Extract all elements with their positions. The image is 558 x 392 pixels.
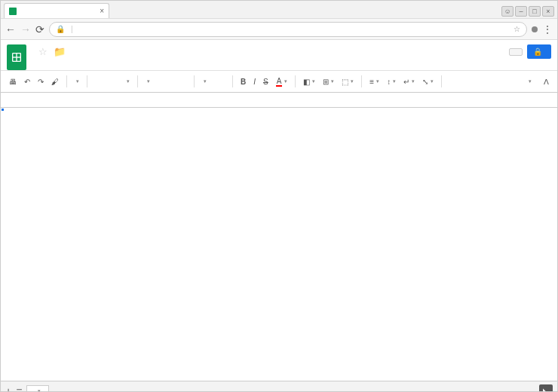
valign-button[interactable]: ↕	[385, 76, 398, 87]
currency-button[interactable]	[93, 80, 97, 83]
all-sheets-button[interactable]: ≡	[16, 385, 22, 393]
lock-icon: 🔒	[533, 47, 542, 56]
star-document-icon[interactable]: ☆	[38, 46, 48, 57]
bookmark-star-icon[interactable]: ☆	[514, 25, 520, 33]
strikethrough-button[interactable]: S	[261, 76, 271, 87]
zoom-select[interactable]	[72, 77, 81, 86]
print-icon[interactable]: 🖶	[7, 76, 19, 87]
sheet-tab[interactable]: ▾	[26, 385, 49, 392]
more-formats-button[interactable]	[123, 77, 132, 86]
move-folder-icon[interactable]: 📁	[54, 46, 66, 57]
wrap-button[interactable]: ↵	[401, 76, 417, 87]
undo-icon[interactable]: ↶	[22, 76, 32, 87]
more-toolbar-button[interactable]	[525, 77, 534, 86]
rotate-button[interactable]: ⤡	[420, 76, 436, 87]
comments-button[interactable]	[509, 48, 523, 56]
merge-button[interactable]: ⬚	[339, 76, 356, 87]
text-color-button[interactable]: A	[274, 75, 290, 88]
redo-icon[interactable]: ↷	[35, 76, 46, 87]
cell-selection	[1, 108, 2, 109]
selection-handle[interactable]	[1, 108, 5, 112]
reload-icon[interactable]: ⟳	[35, 23, 44, 35]
extension-icon[interactable]	[532, 26, 538, 32]
forward-icon: →	[20, 23, 31, 35]
active-cell[interactable]	[1, 108, 4, 111]
browser-tab[interactable]: ×	[4, 3, 109, 18]
sheet-tab-menu-icon[interactable]: ▾	[38, 388, 41, 392]
window-minimize-icon[interactable]: –	[515, 6, 527, 17]
explore-button[interactable]: ◣	[539, 384, 553, 393]
paint-format-icon[interactable]: 🖌	[49, 76, 61, 87]
add-sheet-button[interactable]: +	[5, 385, 11, 393]
increase-decimal-button[interactable]	[115, 80, 120, 83]
fill-color-button[interactable]: ◧	[301, 76, 317, 87]
close-tab-icon[interactable]: ×	[100, 7, 104, 15]
font-size-select[interactable]	[200, 77, 227, 86]
share-button[interactable]: 🔒	[527, 44, 551, 59]
tab-favicon	[9, 8, 17, 15]
borders-button[interactable]: ⊞	[320, 76, 336, 87]
user-icon[interactable]: ☺	[501, 6, 514, 17]
collapse-toolbar-icon[interactable]: ᐱ	[541, 76, 551, 87]
window-close-icon[interactable]: ×	[542, 6, 554, 17]
italic-button[interactable]: I	[251, 76, 258, 87]
browser-menu-icon[interactable]: ⋮	[542, 23, 553, 35]
halign-button[interactable]: ≡	[367, 76, 382, 87]
sheets-logo-icon[interactable]	[7, 44, 26, 70]
decrease-decimal-button[interactable]	[108, 80, 112, 83]
address-bar[interactable]: 🔒 | ☆	[49, 22, 527, 37]
bold-button[interactable]: B	[238, 76, 248, 87]
font-select[interactable]	[143, 77, 189, 86]
percent-button[interactable]	[100, 80, 105, 83]
lock-icon: 🔒	[56, 25, 65, 33]
window-maximize-icon[interactable]: □	[529, 6, 541, 17]
back-icon[interactable]: ←	[5, 23, 16, 35]
